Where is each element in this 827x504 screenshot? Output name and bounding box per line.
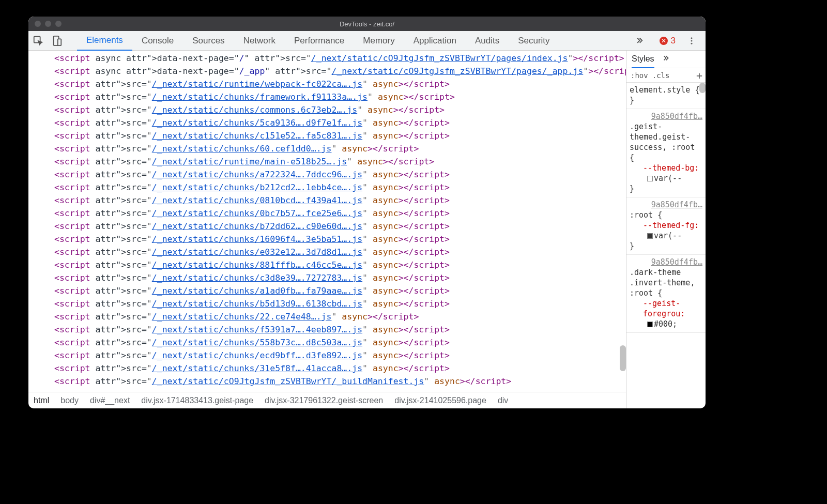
cls-toggle[interactable]: .cls xyxy=(652,71,670,80)
svg-point-3 xyxy=(691,37,693,39)
window-title: DevTools - zeit.co/ xyxy=(28,20,706,28)
dom-script-node[interactable]: <script attr">src="/_next/static/chunks/… xyxy=(54,258,626,271)
rule-selector[interactable]: element.style { xyxy=(630,85,702,95)
inspect-element-icon[interactable] xyxy=(33,35,44,47)
dom-script-node[interactable]: <script attr">src="/_next/static/chunks/… xyxy=(54,297,626,310)
tab-sources[interactable]: Sources xyxy=(183,31,234,51)
dom-script-node[interactable]: <script attr">src="/_next/static/chunks/… xyxy=(54,246,626,258)
tab-audits[interactable]: Audits xyxy=(466,31,509,51)
dom-script-node[interactable]: <script async attr">data-next-page="/_ap… xyxy=(54,65,626,78)
settings-kebab-icon[interactable] xyxy=(686,35,697,47)
dom-tree[interactable]: <script async attr">data-next-page="/" a… xyxy=(28,51,626,392)
css-value[interactable]: #000; xyxy=(647,319,677,329)
css-property[interactable]: --geist-foregrou: xyxy=(643,298,702,319)
scrollbar-thumb[interactable] xyxy=(620,345,626,371)
new-rule-icon[interactable]: + xyxy=(696,69,702,82)
css-rule[interactable]: 9a850df4fb…:root {--themed-fg:var(--} xyxy=(626,197,706,255)
css-rule[interactable]: 9a850df4fb….geist-themed.geist-success, … xyxy=(626,109,706,197)
css-rule[interactable]: 9a850df4fb….dark-theme .invert-theme, :r… xyxy=(626,255,706,333)
dom-script-node[interactable]: <script attr">src="/_next/static/chunks/… xyxy=(54,116,626,129)
dom-script-node[interactable]: <script attr">src="/_next/static/chunks/… xyxy=(54,207,626,220)
dom-script-node[interactable]: <script attr">src="/_next/static/chunks/… xyxy=(54,284,626,297)
tab-network[interactable]: Network xyxy=(234,31,285,51)
dom-script-node[interactable]: <script attr">src="/_next/static/chunks/… xyxy=(54,233,626,246)
rule-selector[interactable]: .dark-theme .invert-theme, :root { xyxy=(630,267,702,298)
css-rule[interactable]: element.style {} xyxy=(626,83,706,109)
tab-memory[interactable]: Memory xyxy=(354,31,404,51)
devtools-tabbar: ElementsConsoleSourcesNetworkPerformance… xyxy=(28,31,706,51)
tab-elements[interactable]: Elements xyxy=(77,31,132,51)
dom-script-node[interactable]: <script attr">src="/_next/static/chunks/… xyxy=(54,181,626,194)
css-value[interactable]: var(-- xyxy=(647,174,682,183)
breadcrumb-node[interactable]: div.jsx-2141025596.page xyxy=(394,396,486,405)
color-swatch-icon[interactable] xyxy=(647,176,653,181)
breadcrumb-node[interactable]: html xyxy=(34,396,49,405)
css-value[interactable]: var(-- xyxy=(647,231,682,240)
dom-script-node[interactable]: <script attr">src="/_next/static/cO9JtgJ… xyxy=(54,375,626,388)
macos-titlebar: DevTools - zeit.co/ xyxy=(28,17,706,31)
error-icon: ✕ xyxy=(660,37,668,45)
dom-script-node[interactable]: <script attr">src="/_next/static/chunks/… xyxy=(54,323,626,336)
color-swatch-icon[interactable] xyxy=(647,322,653,327)
error-count-badge[interactable]: ✕ 3 xyxy=(660,36,676,46)
rule-source-link[interactable]: 9a850df4fb… xyxy=(630,200,702,210)
svg-point-5 xyxy=(691,42,693,44)
tab-security[interactable]: Security xyxy=(509,31,559,51)
breadcrumb-node[interactable]: body xyxy=(60,396,79,405)
dom-script-node[interactable]: <script attr">src="/_next/static/runtime… xyxy=(54,155,626,168)
more-side-tabs-icon[interactable] xyxy=(662,54,670,65)
dom-script-node[interactable]: <script attr">src="/_next/static/chunks/… xyxy=(54,362,626,375)
svg-rect-2 xyxy=(58,39,61,45)
rule-selector[interactable]: :root { xyxy=(630,210,702,220)
rule-selector[interactable]: .geist-themed.geist-success, :root { xyxy=(630,121,702,163)
css-rules-list[interactable]: element.style {}9a850df4fb….geist-themed… xyxy=(626,83,706,408)
dom-script-node[interactable]: <script attr">src="/_next/static/chunks/… xyxy=(54,349,626,362)
css-property[interactable]: --themed-bg: xyxy=(643,163,702,173)
dom-script-node[interactable]: <script attr">src="/_next/static/chunks/… xyxy=(54,310,626,323)
styles-sidepanel: Styles :hov .cls + element.style {}9a850… xyxy=(626,51,706,408)
color-swatch-icon[interactable] xyxy=(647,233,653,239)
dom-script-node[interactable]: <script attr">src="/_next/static/chunks/… xyxy=(54,271,626,284)
dom-script-node[interactable]: <script attr">src="/_next/static/chunks/… xyxy=(54,129,626,142)
elements-panel: <script async attr">data-next-page="/" a… xyxy=(28,51,626,408)
tab-console[interactable]: Console xyxy=(132,31,183,51)
dom-script-node[interactable]: <script attr">src="/_next/static/chunks/… xyxy=(54,103,626,116)
dom-script-node[interactable]: <script attr">src="/_next/static/chunks/… xyxy=(54,142,626,155)
dom-script-node[interactable]: <script attr">src="/_next/static/chunks/… xyxy=(54,220,626,233)
breadcrumb-node[interactable]: div.jsx-1714833413.geist-page xyxy=(141,396,253,405)
dom-script-node[interactable]: <script attr">src="/_next/static/chunks/… xyxy=(54,90,626,103)
rule-source-link[interactable]: 9a850df4fb… xyxy=(630,257,702,267)
dom-script-node[interactable]: <script attr">src="/_next/static/chunks/… xyxy=(54,336,626,349)
rule-source-link[interactable]: 9a850df4fb… xyxy=(630,111,702,121)
tab-performance[interactable]: Performance xyxy=(285,31,354,51)
dom-script-node[interactable]: <script attr">src="/_next/static/runtime… xyxy=(54,78,626,90)
hov-toggle[interactable]: :hov xyxy=(631,71,648,80)
dom-breadcrumb[interactable]: htmlbodydiv#__nextdiv.jsx-1714833413.gei… xyxy=(28,392,626,408)
error-count: 3 xyxy=(671,36,676,46)
dom-script-node[interactable]: <script attr">src="/_next/static/chunks/… xyxy=(54,168,626,181)
breadcrumb-node[interactable]: div#__next xyxy=(90,396,130,405)
tab-application[interactable]: Application xyxy=(404,31,466,51)
device-toolbar-icon[interactable] xyxy=(51,35,63,47)
styles-filter-bar[interactable]: :hov .cls + xyxy=(626,68,706,83)
styles-tab[interactable]: Styles xyxy=(632,51,654,68)
side-scrollbar-thumb[interactable] xyxy=(699,83,706,93)
devtools-window: DevTools - zeit.co/ ElementsConsoleSourc… xyxy=(28,17,706,408)
svg-point-4 xyxy=(691,40,693,41)
breadcrumb-node[interactable]: div xyxy=(498,396,508,405)
breadcrumb-node[interactable]: div.jsx-3217961322.geist-screen xyxy=(265,396,383,405)
dom-script-node[interactable]: <script async attr">data-next-page="/" a… xyxy=(54,52,626,65)
dom-script-node[interactable]: <script attr">src="/_next/static/chunks/… xyxy=(54,194,626,207)
css-property[interactable]: --themed-fg: xyxy=(643,220,702,231)
more-tabs-icon[interactable] xyxy=(625,31,653,51)
